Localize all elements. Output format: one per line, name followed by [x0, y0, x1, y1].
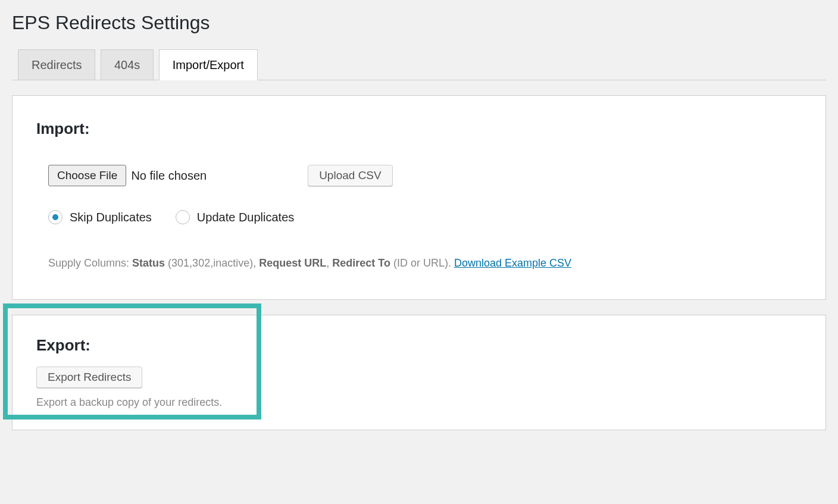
- tab-404s[interactable]: 404s: [101, 49, 154, 80]
- tab-redirects[interactable]: Redirects: [18, 49, 95, 80]
- page-title: EPS Redirects Settings: [12, 12, 826, 34]
- export-heading: Export:: [36, 336, 802, 355]
- tab-import-export[interactable]: Import/Export: [159, 49, 258, 80]
- upload-csv-button[interactable]: Upload CSV: [308, 165, 393, 186]
- export-description: Export a backup copy of your redirects.: [36, 396, 802, 409]
- import-hint: Supply Columns: Status (301,302,inactive…: [48, 257, 802, 270]
- radio-icon: [176, 210, 190, 224]
- file-status-text: No file chosen: [131, 169, 207, 183]
- radio-update-label: Update Duplicates: [197, 211, 294, 224]
- radio-skip-duplicates[interactable]: Skip Duplicates: [48, 210, 152, 224]
- radio-skip-label: Skip Duplicates: [70, 211, 152, 224]
- export-panel: Export: Export Redirects Export a backup…: [12, 315, 826, 430]
- radio-update-duplicates[interactable]: Update Duplicates: [176, 210, 294, 224]
- choose-file-button[interactable]: Choose File: [48, 165, 126, 186]
- file-input-group: Choose File No file chosen: [48, 165, 207, 186]
- download-example-csv-link[interactable]: Download Example CSV: [454, 257, 571, 269]
- export-redirects-button[interactable]: Export Redirects: [36, 367, 142, 388]
- tab-bar: Redirects 404s Import/Export: [12, 49, 826, 80]
- import-heading: Import:: [36, 120, 802, 138]
- radio-icon: [48, 210, 62, 224]
- import-panel: Import: Choose File No file chosen Uploa…: [12, 95, 826, 300]
